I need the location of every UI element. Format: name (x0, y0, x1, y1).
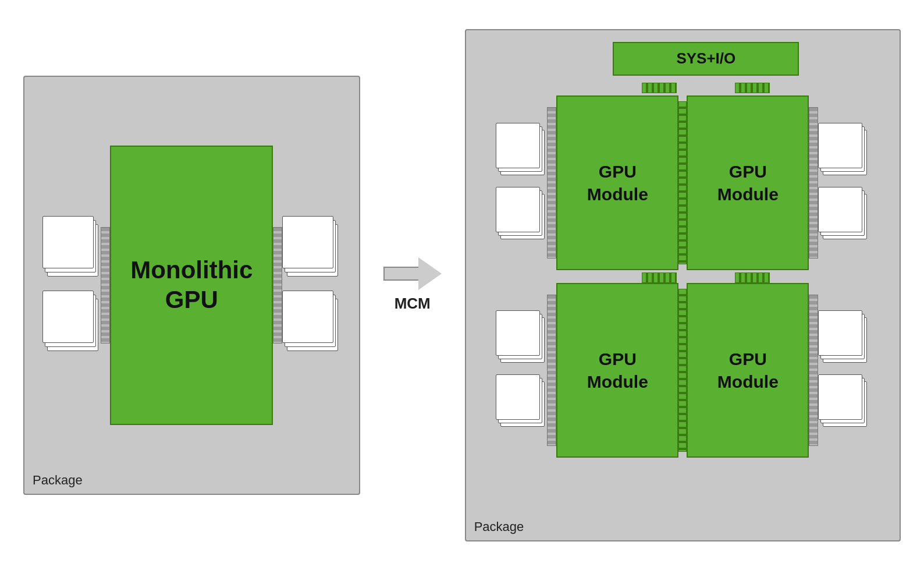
dram-stack-bl: StackedDRAM (42, 291, 101, 355)
gpu-module-bl: GPUModule (556, 283, 678, 458)
sys-io-module: SYS+I/O (613, 42, 799, 76)
dram-stack-sm: StackedDRAM (496, 374, 547, 430)
dram-card-sm (496, 187, 540, 232)
right-dram-col-br: StackedDRAM StackedDRAM (818, 310, 869, 430)
h-connector-top (678, 101, 687, 264)
monolithic-gpu: MonolithicGPU (110, 146, 273, 425)
right-dram-col-bl: StackedDRAM StackedDRAM (496, 310, 547, 430)
dram-card (282, 216, 333, 268)
left-dram-group: StackedDRAM StackedDRAM (42, 216, 101, 355)
dram-stack-sm: StackedDRAM (818, 374, 869, 430)
dram-card-sm (818, 310, 862, 356)
dram-card-sm (818, 374, 862, 420)
right-dram-col-tr: StackedDRAM StackedDRAM (818, 123, 869, 243)
right-connector-bar (273, 227, 282, 344)
dram-stack-tl: StackedDRAM (42, 216, 101, 280)
dram-stack-sm: StackedDRAM (496, 310, 547, 366)
top-connector-bar-left (642, 83, 677, 93)
gpu-module-br: GPUModule (687, 283, 809, 458)
dram-stack-tr: StackedDRAM (282, 216, 340, 280)
arrow-body (383, 267, 418, 281)
dram-stack-sm: StackedDRAM (818, 187, 869, 243)
connector-right-bottom (809, 295, 818, 446)
dram-stack-sm: StackedDRAM (818, 310, 869, 366)
monolithic-gpu-label: MonolithicGPU (130, 256, 253, 314)
right-bottom-row: StackedDRAM StackedDRAM GPUModule GP (478, 283, 888, 458)
main-container: StackedDRAM StackedDRAM MonolithicGPU (0, 17, 924, 553)
bottom-connector-bar-left (642, 272, 677, 283)
right-package-label: Package (474, 519, 524, 534)
dram-card-sm (818, 187, 862, 232)
dram-card-sm (496, 310, 540, 356)
dram-card-sm (818, 123, 862, 168)
dram-card (42, 291, 94, 343)
right-dram-col-tl: StackedDRAM StackedDRAM (496, 123, 547, 243)
right-package: SYS+I/O StackedDRAM StackedDRAM (465, 29, 901, 541)
bottom-connector-bar-right (735, 272, 770, 283)
right-top-row: StackedDRAM StackedDRAM GPUModule GP (478, 95, 888, 270)
dram-card (42, 216, 94, 268)
top-connectors (501, 83, 911, 93)
arrow-head (418, 257, 442, 290)
connector-left-bottom (547, 295, 556, 446)
gpu-module-tl: GPUModule (556, 95, 678, 270)
dram-stack-sm: StackedDRAM (496, 123, 547, 179)
dram-card-sm (496, 123, 540, 168)
connector-left-top (547, 107, 556, 259)
connector-right-top (809, 107, 818, 259)
left-package: StackedDRAM StackedDRAM MonolithicGPU (23, 76, 360, 495)
dram-card (282, 291, 333, 343)
arrow-container: MCM (383, 257, 442, 313)
gpu-module-tr: GPUModule (687, 95, 809, 270)
arrow-shape (383, 257, 442, 290)
top-connector-bar-right (735, 83, 770, 93)
dram-stack-br: StackedDRAM (282, 291, 340, 355)
left-inner: StackedDRAM StackedDRAM MonolithicGPU (24, 77, 359, 494)
dram-stack-sm: StackedDRAM (818, 123, 869, 179)
arrow-label: MCM (395, 295, 431, 313)
h-connector-bottom (678, 289, 687, 452)
bottom-connectors (501, 272, 911, 283)
left-connector-bar (101, 227, 110, 344)
sys-io-label: SYS+I/O (676, 49, 735, 68)
dram-stack-sm: StackedDRAM (496, 187, 547, 243)
right-dram-group: StackedDRAM StackedDRAM (282, 216, 340, 355)
left-package-label: Package (33, 473, 83, 488)
dram-card-sm (496, 374, 540, 420)
